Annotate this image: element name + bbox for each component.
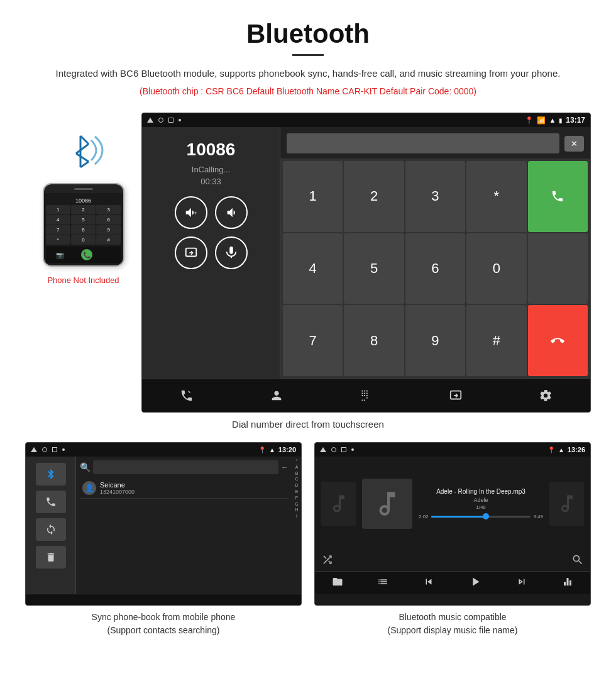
pb-search-icon: 🔍	[80, 462, 91, 472]
status-time: 13:17	[566, 116, 585, 125]
music-recents-icon	[341, 447, 346, 452]
phone-key-0: 0	[71, 235, 96, 245]
pb-alpha-f: F	[294, 495, 300, 501]
pb-nav-contacts[interactable]	[97, 599, 119, 606]
page-description: Integrated with BC6 Bluetooth module, su…	[13, 66, 603, 81]
pb-recents-icon	[52, 447, 57, 452]
key-star[interactable]: *	[466, 161, 526, 232]
main-screen-area: 10086 1 2 3 4 5 6 7 8 9 * 0 # 📷	[0, 113, 616, 413]
music-status-left	[320, 447, 354, 452]
music-nav-equalizer[interactable]	[562, 576, 573, 590]
next-track-button[interactable]	[516, 576, 527, 590]
music-side-art-right	[549, 482, 584, 526]
phone-key-9: 9	[96, 225, 121, 235]
keypad-panel: ✕ 1 2 3 * 4 5 6 0	[280, 127, 590, 379]
music-body: Adele - Rolling In the Deep.mp3 Adele 1/…	[315, 457, 590, 594]
pb-contact-avatar: 👤	[82, 481, 96, 495]
keypad-input-field[interactable]	[287, 133, 559, 153]
music-bottom-nav	[315, 571, 590, 594]
music-album-art	[362, 479, 412, 529]
call-icon	[551, 189, 564, 203]
search-music-button[interactable]	[571, 553, 584, 569]
microphone-icon	[224, 246, 238, 260]
pb-search-row: 🔍 ←	[80, 460, 289, 474]
music-nav-list[interactable]	[377, 576, 388, 590]
music-wifi-icon: ▲	[558, 447, 564, 453]
key-1[interactable]: 1	[283, 161, 343, 232]
svg-line-2	[76, 144, 89, 153]
pb-nav-dialpad[interactable]	[152, 599, 175, 606]
music-status-bar: 📍 ▲ 13:26	[315, 443, 590, 457]
volume-up-icon: +	[184, 206, 198, 219]
pb-bluetooth-btn[interactable]	[36, 463, 66, 486]
music-progress-bar[interactable]	[431, 516, 531, 518]
android-status-bar: 📍 📶 ▲ ▮ 13:17	[142, 113, 590, 127]
key-3[interactable]: 3	[405, 161, 465, 232]
shuffle-button[interactable]	[321, 553, 334, 569]
prev-track-button[interactable]	[423, 576, 434, 590]
key-hash[interactable]: #	[466, 305, 526, 376]
pb-search-input[interactable]	[93, 460, 278, 474]
play-pause-button[interactable]	[468, 575, 482, 591]
home-circle-icon	[158, 118, 163, 123]
call-timer: 00:33	[201, 177, 221, 186]
nav-call-icon[interactable]	[175, 384, 198, 407]
key-0[interactable]: 0	[466, 233, 526, 304]
pb-nav-settings[interactable]	[262, 599, 285, 606]
svg-line-1	[80, 136, 89, 144]
keypad-delete-button[interactable]: ✕	[564, 136, 584, 152]
volume-down-button[interactable]	[215, 196, 248, 229]
phone-mockup: 10086 1 2 3 4 5 6 7 8 9 * 0 # 📷	[43, 183, 124, 267]
music-status-right: 📍 ▲ 13:26	[547, 446, 585, 453]
phone-key-6: 6	[96, 215, 121, 225]
key-4[interactable]: 4	[283, 233, 343, 304]
pb-contacts-list: 🔍 ← 👤 Seicane 13241007000	[76, 457, 292, 594]
end-call-button[interactable]	[528, 305, 588, 376]
key-5[interactable]: 5	[344, 233, 404, 304]
phonebook-screen: 📍 ▲ 13:20	[25, 442, 302, 606]
pb-notif-icon	[62, 448, 65, 451]
phone-key-hash: #	[96, 235, 121, 245]
phone-side: 10086 1 2 3 4 5 6 7 8 9 * 0 # 📷	[25, 113, 141, 285]
pb-back-icon	[31, 447, 37, 452]
end-call-icon	[551, 334, 564, 348]
phone-key-5: 5	[71, 215, 96, 225]
key-8[interactable]: 8	[344, 305, 404, 376]
key-6[interactable]: 6	[405, 233, 465, 304]
transfer-button[interactable]	[175, 236, 207, 269]
pb-alpha-b: B	[294, 470, 300, 477]
key-2[interactable]: 2	[344, 161, 404, 232]
pb-nav-transfer[interactable]	[207, 599, 230, 606]
main-caption: Dial number direct from touchscreen	[0, 419, 616, 430]
nav-transfer-icon[interactable]	[444, 384, 467, 407]
notification-dot-icon	[179, 119, 181, 121]
key-7[interactable]: 7	[283, 305, 343, 376]
nav-contacts-icon[interactable]	[265, 384, 288, 407]
music-main-area: Adele - Rolling In the Deep.mp3 Adele 1/…	[315, 457, 590, 551]
pb-alpha-g: G	[294, 501, 300, 508]
call-button[interactable]	[528, 161, 588, 232]
phone-call-button[interactable]: 📞	[81, 249, 92, 260]
transfer-icon	[184, 246, 198, 260]
page-title: Bluetooth	[13, 19, 603, 49]
pb-sync-btn[interactable]	[36, 518, 66, 541]
music-progress-dot	[483, 513, 489, 519]
mute-button[interactable]	[215, 236, 248, 269]
pb-call-btn[interactable]	[36, 491, 66, 513]
pb-contact-item[interactable]: 👤 Seicane 13241007000	[80, 478, 289, 499]
nav-settings-icon[interactable]	[534, 384, 557, 407]
key-9[interactable]: 9	[405, 305, 465, 376]
music-nav-folder[interactable]	[332, 576, 343, 590]
pb-delete-btn[interactable]	[36, 546, 66, 569]
phone-key-2: 2	[71, 205, 96, 214]
call-btn-row-1: +	[175, 196, 248, 229]
phone-key-4: 4	[46, 215, 70, 225]
volume-up-button[interactable]: +	[175, 196, 207, 229]
page-header: Bluetooth Integrated with BC6 Bluetooth …	[0, 0, 616, 113]
pb-alpha-star: *	[294, 458, 300, 464]
pb-home-icon	[42, 447, 47, 452]
music-note-left-icon	[327, 492, 350, 515]
nav-dialpad-icon[interactable]	[355, 384, 377, 407]
pb-nav-call[interactable]	[42, 599, 65, 606]
pb-bluetooth-icon	[45, 469, 57, 480]
